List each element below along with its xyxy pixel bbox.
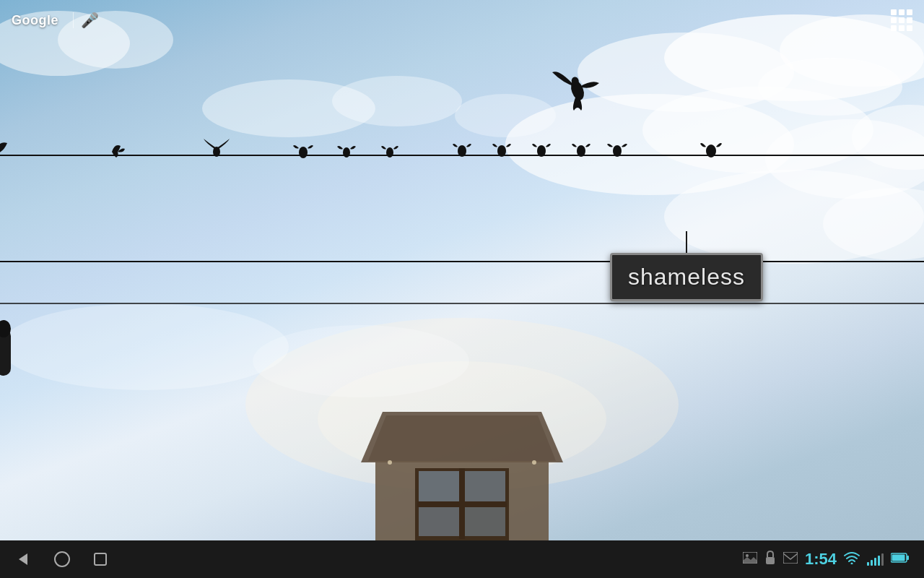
- grid-dot: [899, 17, 905, 23]
- email-icon[interactable]: [783, 552, 798, 566]
- svg-rect-60: [892, 555, 905, 561]
- bottom-bar: 1:54: [0, 540, 924, 578]
- svg-rect-51: [95, 553, 106, 565]
- svg-rect-43: [419, 506, 459, 536]
- sign-box: shameless: [610, 253, 763, 301]
- svg-point-27: [497, 145, 506, 157]
- signal-bar-1: [867, 562, 869, 566]
- back-button[interactable]: [14, 551, 32, 568]
- sign-text: shameless: [628, 264, 745, 290]
- svg-rect-44: [463, 506, 505, 536]
- svg-point-53: [746, 554, 749, 557]
- svg-point-24: [343, 147, 350, 158]
- nav-buttons: [14, 551, 108, 568]
- lock-icon[interactable]: [764, 551, 776, 568]
- recents-button[interactable]: [92, 551, 108, 567]
- sky-scene: [0, 0, 924, 549]
- svg-rect-41: [419, 471, 459, 502]
- svg-marker-49: [19, 553, 27, 565]
- svg-rect-46: [417, 501, 507, 507]
- google-logo[interactable]: Google: [12, 13, 58, 28]
- svg-marker-54: [743, 557, 757, 564]
- battery-icon: [891, 552, 910, 566]
- svg-rect-42: [463, 471, 505, 502]
- svg-point-47: [388, 460, 392, 465]
- grid-dot: [891, 9, 897, 15]
- svg-point-31: [706, 144, 716, 158]
- svg-rect-55: [766, 557, 775, 564]
- svg-point-22: [213, 147, 220, 157]
- shameless-sign: shameless: [610, 231, 763, 301]
- sign-wire: [686, 231, 687, 253]
- svg-point-50: [55, 552, 69, 566]
- grid-dot: [899, 9, 905, 15]
- svg-point-18: [253, 325, 469, 397]
- svg-rect-56: [783, 552, 798, 564]
- svg-point-48: [532, 460, 536, 465]
- time-display: 1:54: [805, 550, 837, 569]
- top-bar: Google 🎤: [0, 0, 924, 40]
- grid-dot: [891, 25, 897, 31]
- signal-bar-5: [881, 553, 884, 566]
- grid-dot: [907, 25, 912, 31]
- svg-point-7: [332, 76, 462, 126]
- wifi-icon: [844, 551, 860, 567]
- signal-bar-3: [874, 558, 876, 566]
- svg-point-30: [613, 145, 622, 157]
- mic-icon[interactable]: 🎤: [81, 12, 99, 29]
- svg-marker-38: [368, 415, 556, 461]
- status-bar: 1:54: [743, 550, 910, 569]
- grid-dot: [891, 17, 897, 23]
- svg-point-23: [299, 147, 308, 158]
- grid-dot: [907, 17, 912, 23]
- svg-point-17: [0, 303, 289, 390]
- grid-dot: [907, 9, 912, 15]
- signal-bar-2: [871, 560, 873, 566]
- signal-bar-4: [878, 556, 880, 566]
- wallpaper: shameless: [0, 0, 924, 549]
- svg-point-26: [458, 145, 466, 157]
- svg-point-29: [577, 145, 585, 157]
- signal-icon: [867, 553, 884, 566]
- svg-rect-59: [907, 556, 909, 560]
- svg-point-28: [537, 145, 546, 157]
- svg-point-57: [851, 563, 853, 565]
- svg-point-25: [386, 147, 393, 158]
- home-button[interactable]: [53, 551, 71, 568]
- separator: [73, 12, 74, 28]
- grid-dot: [899, 25, 905, 31]
- gallery-icon[interactable]: [743, 552, 757, 566]
- apps-grid-icon[interactable]: [891, 9, 912, 31]
